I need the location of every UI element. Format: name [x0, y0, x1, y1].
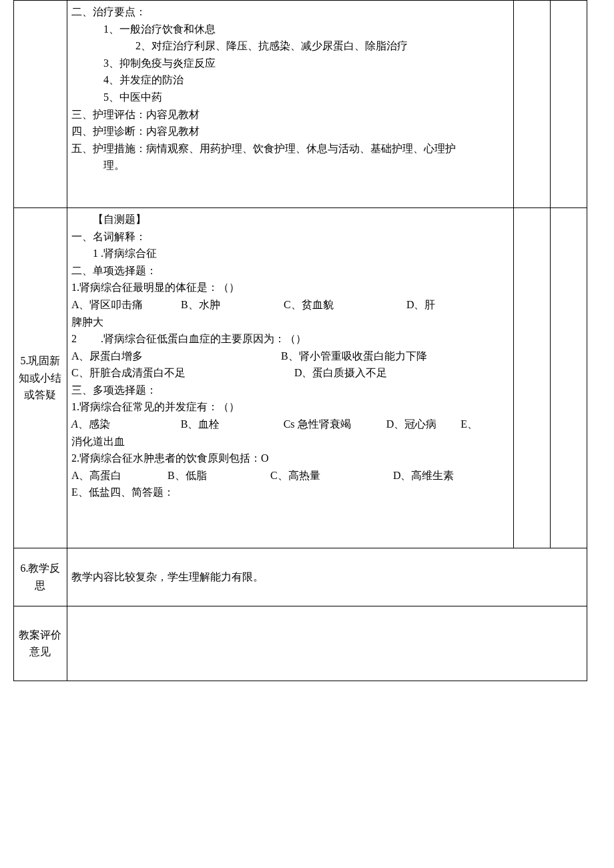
option-c: C、高热量 — [270, 467, 390, 484]
line: 2、对症治疗利尿、降压、抗感染、减少尿蛋白、除脂治疗 — [71, 37, 509, 55]
options-line: E、低盐四、简答题： — [71, 484, 509, 501]
options-line: C、肝脏合成清蛋白不足 D、蛋白质摄入不足 — [71, 364, 509, 382]
line: 二、治疗要点： — [71, 3, 509, 21]
option-b: B、血栓 — [181, 416, 281, 433]
treatment-points-cell: 二、治疗要点： 1、一般治疗饮食和休息 2、对症治疗利尿、降压、抗感染、减少尿蛋… — [67, 1, 513, 208]
reflection-text: 教学内容比较复杂，学生理解能力有限。 — [71, 571, 264, 582]
option-b: B、水肿 — [181, 296, 281, 314]
option-e: E、 — [439, 418, 478, 430]
options-line: A、感染 B、血栓 Cs 急性肾衰竭 D、冠心病 E、 — [71, 416, 509, 433]
option-d: D、冠心病 — [386, 418, 437, 430]
question-stem: 1.肾病综合征最明显的体征是：（） — [71, 279, 509, 296]
option-d: D、高维生素 — [393, 470, 454, 481]
option-a: A、尿蛋白增多 — [71, 348, 278, 365]
row-label: 6.教学反思 — [20, 562, 60, 591]
options-line: A、高蛋白 B、低脂 C、高热量 D、高维生素 — [71, 467, 509, 484]
blank-cell — [514, 1, 551, 208]
self-test-title: 【自测题】 — [71, 211, 509, 228]
line: 5、中医中药 — [71, 89, 509, 106]
question-stem: 2.肾病综合征水肿患者的饮食原则包括：O — [71, 450, 509, 467]
option-continuation: 脾肿大 — [71, 314, 509, 331]
option-a: A、高蛋白 — [71, 467, 165, 484]
line-continuation: 理。 — [71, 159, 125, 171]
option-continuation: 消化道出血 — [71, 433, 509, 450]
line: 三、护理评估：内容见教材 — [71, 106, 509, 123]
option-d: D、蛋白质摄入不足 — [294, 367, 388, 378]
option-a-text: 、感染 — [78, 416, 178, 433]
row-label: 教案评价意见 — [19, 629, 61, 658]
options-line: A、肾区叩击痛 B、水肿 C、贫血貌 D、肝 — [71, 296, 509, 314]
option-b: B、低脂 — [168, 467, 268, 484]
table-row: 教案评价意见 — [14, 606, 587, 681]
option-a: A、肾区叩击痛 — [71, 296, 178, 314]
line: 1、一般治疗饮食和休息 — [71, 21, 509, 38]
question-stem: 2 .肾病综合征低蛋白血症的主要原因为：（） — [71, 330, 509, 348]
line: 五、护理措施：病情观察、用药护理、饮食护理、休息与活动、基础护理、心理护 — [71, 143, 456, 154]
evaluation-cell — [67, 606, 587, 681]
row-label-cell: 5.巩固新知或小结或答疑 — [14, 207, 67, 548]
line: 四、护理诊断：内容见教材 — [71, 123, 509, 140]
option-c: C、肝脏合成清蛋白不足 — [71, 364, 292, 382]
line: 4、并发症的防治 — [71, 71, 509, 89]
line: 3、抑制免疫与炎症反应 — [71, 55, 509, 72]
table-row: 二、治疗要点： 1、一般治疗饮食和休息 2、对症治疗利尿、降压、抗感染、减少尿蛋… — [14, 1, 587, 208]
self-test-cell: 【自测题】 一、名词解释： 1 .肾病综合征 二、单项选择题： 1.肾病综合征最… — [67, 207, 513, 548]
lesson-plan-table: 二、治疗要点： 1、一般治疗饮食和休息 2、对症治疗利尿、降压、抗感染、减少尿蛋… — [13, 0, 587, 681]
row-label-cell: 教案评价意见 — [14, 606, 67, 681]
row-label-cell — [14, 1, 67, 208]
option-b: B、肾小管重吸收蛋白能力下降 — [281, 350, 427, 362]
table-row: 5.巩固新知或小结或答疑 【自测题】 一、名词解释： 1 .肾病综合征 二、单项… — [14, 207, 587, 548]
options-line: A、尿蛋白增多 B、肾小管重吸收蛋白能力下降 — [71, 348, 509, 365]
option-c: Cs 急性肾衰竭 — [284, 416, 384, 433]
row-label-cell: 6.教学反思 — [14, 548, 67, 606]
teaching-reflection-cell: 教学内容比较复杂，学生理解能力有限。 — [67, 548, 587, 606]
term-item: 1 .肾病综合征 — [71, 245, 509, 262]
option-d: D、肝 — [406, 299, 436, 310]
table-row: 6.教学反思 教学内容比较复杂，学生理解能力有限。 — [14, 548, 587, 606]
option-a-prefix: A — [71, 418, 78, 430]
blank-cell — [514, 207, 551, 548]
blank-cell — [551, 1, 587, 208]
section-title: 三、多项选择题： — [71, 382, 509, 399]
section-title: 一、名词解释： — [71, 228, 509, 246]
blank-cell — [551, 207, 587, 548]
question-stem: 1.肾病综合征常见的并发症有：（） — [71, 398, 509, 416]
option-c: C、贫血貌 — [284, 296, 404, 314]
row-label: 5.巩固新知或小结或答疑 — [19, 355, 61, 400]
document-page: 二、治疗要点： 1、一般治疗饮食和休息 2、对症治疗利尿、降压、抗感染、减少尿蛋… — [0, 0, 614, 681]
section-title: 二、单项选择题： — [71, 262, 509, 280]
